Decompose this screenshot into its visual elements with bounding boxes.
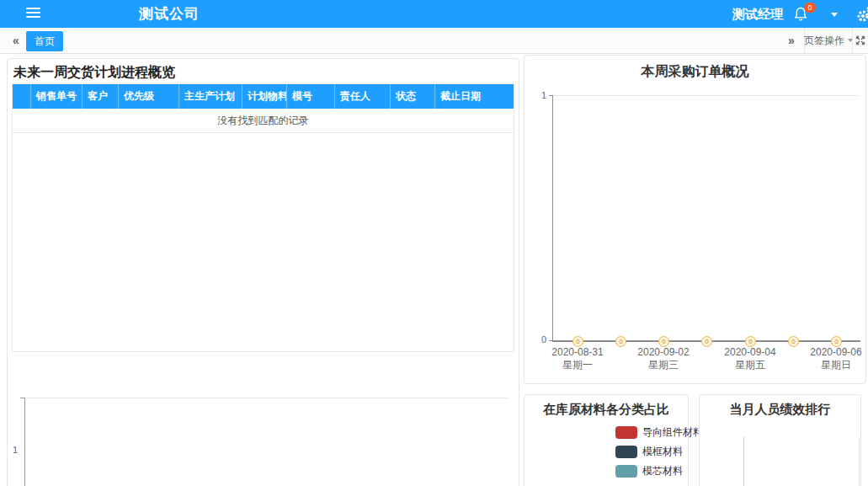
table-header-sales-no: 销售单号 xyxy=(31,84,83,109)
pie-legend-label: 导向组件材料 xyxy=(642,425,703,440)
user-name[interactable]: 测试经理 xyxy=(732,0,783,28)
notification-badge: 0 xyxy=(804,3,816,13)
pie-legend-label: 模芯材料 xyxy=(642,464,683,478)
table-header-deadline: 截止日期 xyxy=(435,84,514,109)
user-dropdown-caret-icon[interactable] xyxy=(831,13,838,17)
pie-legend-swatch xyxy=(615,446,637,458)
x-axis-label: 2020-08-31 星期一 xyxy=(535,346,620,371)
purchase-orders-panel: 本周采购订单概况 1 0 0 0 0 0 0 0 0 2020-08-31 星期… xyxy=(524,55,866,384)
purchase-chart-y-axis xyxy=(552,95,553,341)
x-axis-date: 2020-09-06 xyxy=(794,346,868,359)
left-bottom-chart-gridline xyxy=(24,398,508,398)
fullscreen-expand-icon[interactable] xyxy=(853,28,868,53)
pie-legend-item-guide-components[interactable]: 导向组件材料 xyxy=(615,425,703,440)
table-header-priority: 优先级 xyxy=(119,84,179,109)
performance-title: 当月人员绩效排行 xyxy=(700,402,860,418)
delivery-plan-table: 销售单号 客户 优先级 主生产计划 计划物料 模号 责任人 状态 截止日期 没有… xyxy=(12,83,514,352)
tab-controls: » 页签操作 xyxy=(779,28,868,53)
tab-operations-dropdown[interactable]: 页签操作 xyxy=(804,28,853,53)
x-axis-label: 2020-09-06 星期日 xyxy=(794,346,868,371)
materials-pie-panel: 在库原材料各分类占比 导向组件材料 模框材料 模芯材料 xyxy=(524,394,689,486)
app-header: 测试公司 测试经理 0 xyxy=(0,0,868,28)
purchase-orders-title: 本周采购订单概况 xyxy=(525,63,865,81)
x-axis-weekday: 星期一 xyxy=(535,359,620,371)
performance-panel: 当月人员绩效排行 xyxy=(699,394,861,486)
left-bottom-chart-y-tick: 1 xyxy=(6,445,18,455)
pie-legend-item-mold-core[interactable]: 模芯材料 xyxy=(615,464,683,478)
table-empty-message: 没有找到匹配的记录 xyxy=(13,109,514,133)
table-header-empty xyxy=(13,84,31,109)
pie-legend-label: 模框材料 xyxy=(642,445,683,459)
table-header-row: 销售单号 客户 优先级 主生产计划 计划物料 模号 责任人 状态 截止日期 xyxy=(13,84,514,109)
purchase-chart-gridline xyxy=(553,95,860,96)
app-window: 测试公司 测试经理 0 « 首页 » 页签操作 xyxy=(0,0,868,486)
x-axis-weekday: 星期日 xyxy=(794,359,868,371)
x-axis-label: 2020-09-04 星期五 xyxy=(708,346,792,371)
tab-bar: « 首页 » 页签操作 xyxy=(0,28,868,54)
purchase-chart-y-tick-0: 0 xyxy=(530,334,546,344)
table-header-material: 计划物料 xyxy=(242,84,287,109)
tab-scroll-right-icon[interactable]: » xyxy=(779,28,804,53)
tab-operations-label: 页签操作 xyxy=(804,34,844,48)
settings-gears-icon[interactable] xyxy=(855,4,868,24)
table-header-customer: 客户 xyxy=(83,84,119,109)
x-axis-date: 2020-08-31 xyxy=(535,346,620,359)
pie-legend-swatch xyxy=(615,465,637,478)
x-axis-weekday: 星期三 xyxy=(621,359,706,371)
x-axis-label: 2020-09-02 星期三 xyxy=(621,346,706,371)
materials-pie-title: 在库原材料各分类占比 xyxy=(525,402,688,418)
table-header-master-plan: 主生产计划 xyxy=(179,84,242,109)
table-header-owner: 责任人 xyxy=(335,84,391,109)
hamburger-menu-icon[interactable] xyxy=(26,8,40,19)
table-header-status: 状态 xyxy=(391,84,435,109)
purchase-chart-y-tick-1: 1 xyxy=(530,90,546,100)
performance-chart-axis xyxy=(743,437,744,486)
company-title: 测试公司 xyxy=(139,0,200,28)
x-axis-date: 2020-09-04 xyxy=(708,346,792,359)
x-axis-weekday: 星期五 xyxy=(708,359,792,371)
tab-home[interactable]: 首页 xyxy=(26,31,63,51)
pie-legend-item-mold-frame[interactable]: 模框材料 xyxy=(615,445,683,459)
delivery-plan-panel: 未来一周交货计划进程概览 销售单号 客户 优先级 主生产计划 计划物料 模号 责… xyxy=(7,58,519,486)
pie-legend-swatch xyxy=(615,426,637,439)
performance-chart-gridline xyxy=(859,437,860,486)
delivery-plan-title: 未来一周交货计划进程概览 xyxy=(13,64,175,82)
tab-scroll-left-icon[interactable]: « xyxy=(7,28,25,53)
x-axis-date: 2020-09-02 xyxy=(621,346,706,359)
left-bottom-chart-y-axis xyxy=(24,398,25,486)
table-header-mold-no: 模号 xyxy=(287,84,335,109)
